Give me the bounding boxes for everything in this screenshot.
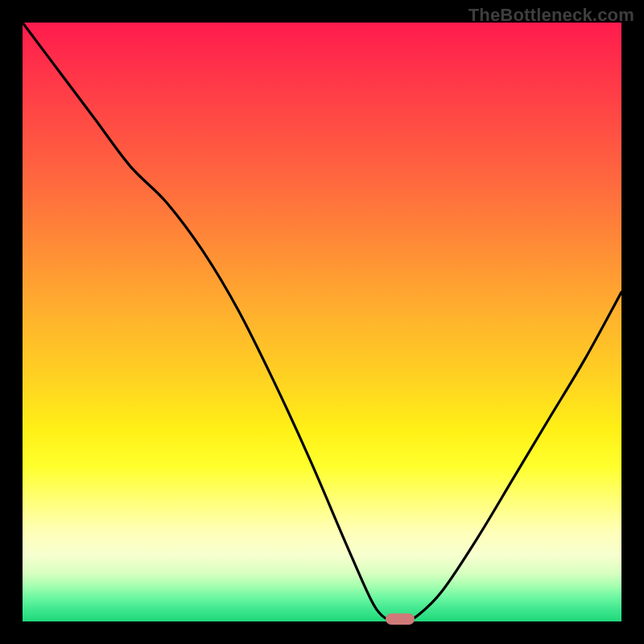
chart-frame: TheBottleneck.com xyxy=(0,0,644,644)
bottleneck-curve xyxy=(23,23,621,621)
optimal-marker xyxy=(386,613,415,625)
plot-area xyxy=(23,23,621,621)
curve-path xyxy=(23,23,621,621)
